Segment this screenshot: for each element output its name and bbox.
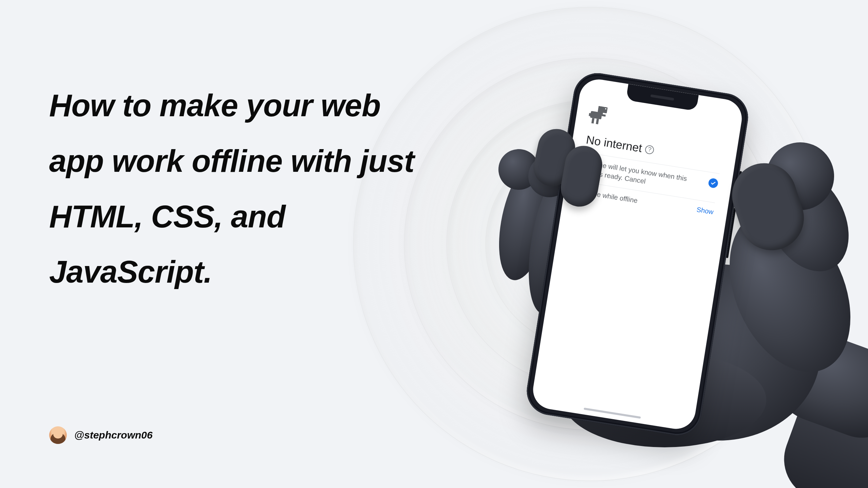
dino-icon [587,105,608,127]
svg-rect-20 [602,114,606,117]
article-title: How to make your web app work offline wi… [49,78,415,300]
author-avatar [49,426,67,444]
help-icon[interactable]: ? [645,144,655,155]
show-link[interactable]: Show [696,206,714,216]
home-indicator [584,408,641,419]
svg-rect-19 [596,119,599,124]
author-chip: @stephcrown06 [49,426,153,444]
svg-rect-17 [589,113,593,117]
check-icon [708,178,719,188]
author-handle: @stephcrown06 [74,429,153,441]
hand-holding-phone: No internet ? Chrome will let you know w… [393,61,868,488]
cancel-link[interactable]: Cancel [624,174,646,185]
svg-rect-15 [605,108,607,109]
svg-rect-18 [591,118,594,123]
